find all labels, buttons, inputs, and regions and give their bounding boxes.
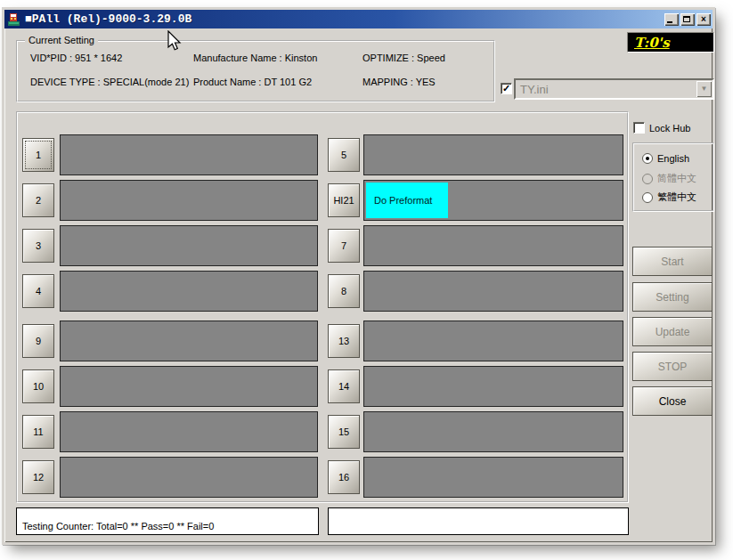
ini-file-combobox[interactable]: TY.ini ▼	[514, 78, 714, 100]
update-button[interactable]: Update	[632, 317, 713, 346]
testing-counter-text: Testing Counter: Total=0 ** Pass=0 ** Fa…	[22, 521, 214, 532]
lock-hub-row: Lock Hub	[633, 122, 690, 134]
language-label-english: English	[657, 153, 689, 164]
language-group: English 简體中文 繁體中文	[632, 142, 714, 212]
stop-button[interactable]: STOP	[632, 352, 713, 381]
slot-row-2: 2	[22, 180, 318, 221]
slot-column-right: 5 HI21 Do Preformat 7 8	[328, 134, 623, 502]
slot-button-7[interactable]: 7	[328, 229, 360, 263]
start-button[interactable]: Start	[632, 247, 713, 276]
language-option-traditional[interactable]: 繁體中文	[642, 191, 696, 204]
language-option-english[interactable]: English	[642, 153, 689, 164]
timer-display: T:0's	[627, 32, 714, 53]
manufacture-name-value: Manufacture Name : Kinston	[193, 53, 317, 63]
radio-traditional-chinese[interactable]	[642, 192, 653, 203]
slot-row-13: 13	[328, 321, 623, 361]
product-name-value: Product Name : DT 101 G2	[193, 77, 312, 87]
slot-button-2[interactable]: 2	[22, 183, 54, 217]
slot-button-4[interactable]: 4	[22, 274, 54, 308]
slot-panel-7	[363, 225, 623, 266]
minimize-icon	[667, 21, 672, 23]
slot-row-4: 4	[22, 271, 318, 312]
close-window-button[interactable]: ×	[696, 13, 711, 26]
device-type-value: DEVICE TYPE : SPECIAL(mode 21)	[30, 77, 189, 87]
slot-panel-16	[363, 457, 623, 498]
slot-row-15: 15	[328, 411, 623, 452]
slot-button-5[interactable]: 5	[328, 138, 360, 172]
maximize-button[interactable]	[680, 13, 695, 26]
slot-button-11[interactable]: 11	[22, 415, 54, 449]
slot-row-9: 9	[22, 321, 318, 361]
testing-counter-box: Testing Counter: Total=0 ** Pass=0 ** Fa…	[16, 507, 319, 535]
message-box	[328, 507, 629, 535]
slot-panel-10	[60, 366, 318, 407]
slot-panel-14	[363, 366, 623, 407]
current-setting-group: Current Setting VID*PID : 951 * 1642 Man…	[16, 40, 495, 102]
slot-row-1: 1	[22, 134, 318, 175]
ini-enable-checkbox[interactable]: ✓	[501, 83, 512, 94]
slot-panel-13	[363, 321, 623, 361]
slot-button-9[interactable]: 9	[22, 324, 54, 358]
language-label-traditional: 繁體中文	[657, 191, 696, 204]
slot-row-7: 7	[328, 225, 623, 266]
vid-pid-value: VID*PID : 951 * 1642	[30, 53, 122, 63]
radio-english[interactable]	[642, 153, 653, 164]
timer-value: T:0's	[634, 35, 670, 51]
slot-panel-3	[60, 225, 318, 266]
slot-column-left: 1 2 3 4 9	[22, 134, 318, 502]
slot-button-10[interactable]: 10	[22, 369, 54, 403]
slot-button-14[interactable]: 14	[328, 369, 360, 403]
slot-row-16: 16	[328, 457, 623, 498]
slot-row-3: 3	[22, 225, 318, 266]
slot-6-status-do-preformat: Do Preformat	[366, 183, 448, 218]
slot-button-16[interactable]: 16	[328, 460, 360, 494]
close-button[interactable]: Close	[632, 386, 713, 416]
titlebar[interactable]: ■PAll (Rel)-9000-3.29.0B ×	[4, 10, 713, 28]
lock-hub-checkbox[interactable]	[633, 122, 645, 134]
optimize-value: OPTIMIZE : Speed	[362, 53, 445, 63]
slot-button-8[interactable]: 8	[328, 274, 360, 308]
slot-row-12: 12	[22, 457, 318, 498]
app-window: ■PAll (Rel)-9000-3.29.0B × Current Setti…	[2, 7, 715, 545]
slot-panel-5	[363, 134, 623, 175]
chevron-down-icon: ▼	[701, 85, 708, 93]
slot-button-1[interactable]: 1	[22, 138, 54, 172]
app-icon	[7, 12, 21, 27]
slot-panel-4	[60, 271, 318, 312]
slot-button-13[interactable]: 13	[328, 324, 360, 358]
current-setting-legend: Current Setting	[25, 35, 98, 45]
slot-panel-1	[60, 134, 318, 175]
slot-row-6: HI21 Do Preformat	[328, 180, 623, 221]
minimize-button[interactable]	[664, 13, 679, 26]
setting-button[interactable]: Setting	[632, 282, 713, 312]
slot-panel-12	[60, 457, 318, 498]
window-title: ■PAll (Rel)-9000-3.29.0B	[25, 12, 664, 26]
slot-row-10: 10	[22, 366, 318, 407]
mapping-value: MAPPING : YES	[362, 77, 436, 87]
slot-row-5: 5	[328, 134, 623, 175]
slot-grid-container: 1 2 3 4 9	[16, 111, 629, 503]
slot-button-15[interactable]: 15	[328, 415, 360, 449]
slot-panel-2	[60, 180, 318, 221]
slot-panel-8	[363, 271, 623, 312]
slot-panel-6: Do Preformat	[363, 180, 623, 221]
close-icon: ×	[701, 14, 706, 24]
slot-button-6-hi21[interactable]: HI21	[328, 183, 360, 217]
ini-file-value: TY.ini	[516, 83, 696, 96]
checkmark-icon: ✓	[502, 83, 510, 93]
mouse-cursor	[167, 30, 183, 53]
slot-button-12[interactable]: 12	[22, 460, 54, 494]
slot-panel-11	[60, 411, 318, 452]
slot-row-11: 11	[22, 411, 318, 452]
combobox-dropdown-button[interactable]: ▼	[696, 81, 712, 97]
slot-row-8: 8	[328, 271, 623, 312]
slot-panel-15	[363, 411, 623, 452]
window-controls: ×	[664, 13, 711, 26]
lock-hub-label: Lock Hub	[649, 123, 690, 134]
language-label-simplified: 简體中文	[657, 172, 696, 185]
slot-panel-9	[60, 321, 318, 361]
slot-button-3[interactable]: 3	[22, 229, 54, 263]
maximize-icon	[683, 16, 690, 22]
language-option-simplified: 简體中文	[642, 172, 696, 185]
desktop-background: ■PAll (Rel)-9000-3.29.0B × Current Setti…	[0, 0, 733, 560]
